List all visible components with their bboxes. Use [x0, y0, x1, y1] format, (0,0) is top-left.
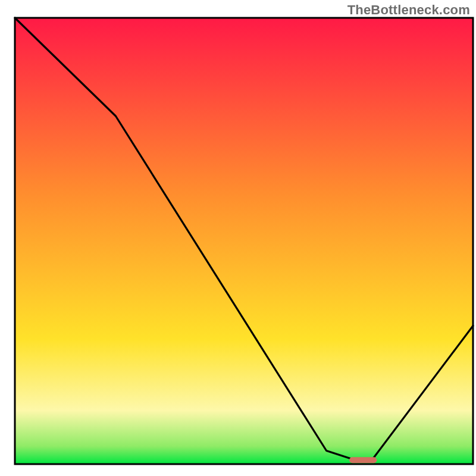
- bottleneck-chart: TheBottleneck.com: [0, 0, 476, 476]
- optimum-marker: [349, 457, 377, 463]
- plot-svg: [0, 0, 476, 476]
- watermark-text: TheBottleneck.com: [347, 2, 470, 18]
